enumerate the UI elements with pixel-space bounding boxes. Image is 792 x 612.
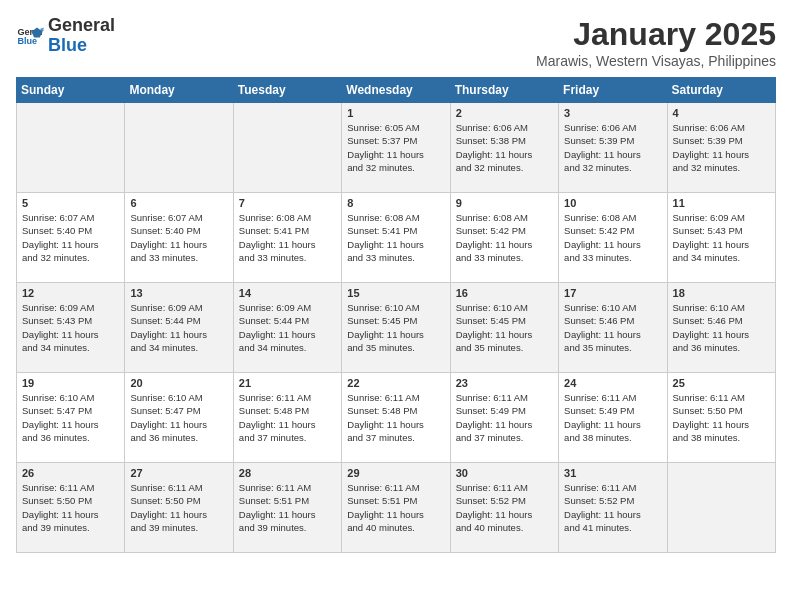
day-info: Sunrise: 6:11 AM Sunset: 5:52 PM Dayligh… — [456, 481, 553, 534]
day-number: 13 — [130, 287, 227, 299]
calendar-cell: 17Sunrise: 6:10 AM Sunset: 5:46 PM Dayli… — [559, 283, 667, 373]
calendar-cell: 4Sunrise: 6:06 AM Sunset: 5:39 PM Daylig… — [667, 103, 775, 193]
calendar-cell: 23Sunrise: 6:11 AM Sunset: 5:49 PM Dayli… — [450, 373, 558, 463]
calendar-cell: 31Sunrise: 6:11 AM Sunset: 5:52 PM Dayli… — [559, 463, 667, 553]
calendar-cell: 28Sunrise: 6:11 AM Sunset: 5:51 PM Dayli… — [233, 463, 341, 553]
day-info: Sunrise: 6:10 AM Sunset: 5:47 PM Dayligh… — [130, 391, 227, 444]
calendar-cell — [17, 103, 125, 193]
calendar-cell: 12Sunrise: 6:09 AM Sunset: 5:43 PM Dayli… — [17, 283, 125, 373]
calendar-cell: 25Sunrise: 6:11 AM Sunset: 5:50 PM Dayli… — [667, 373, 775, 463]
calendar-cell: 10Sunrise: 6:08 AM Sunset: 5:42 PM Dayli… — [559, 193, 667, 283]
day-info: Sunrise: 6:11 AM Sunset: 5:48 PM Dayligh… — [347, 391, 444, 444]
day-number: 30 — [456, 467, 553, 479]
day-number: 29 — [347, 467, 444, 479]
calendar-subtitle: Marawis, Western Visayas, Philippines — [536, 53, 776, 69]
day-number: 5 — [22, 197, 119, 209]
day-number: 14 — [239, 287, 336, 299]
day-info: Sunrise: 6:11 AM Sunset: 5:50 PM Dayligh… — [130, 481, 227, 534]
day-number: 2 — [456, 107, 553, 119]
day-number: 9 — [456, 197, 553, 209]
day-info: Sunrise: 6:08 AM Sunset: 5:41 PM Dayligh… — [347, 211, 444, 264]
weekday-header-sunday: Sunday — [17, 78, 125, 103]
day-info: Sunrise: 6:11 AM Sunset: 5:48 PM Dayligh… — [239, 391, 336, 444]
calendar-cell: 5Sunrise: 6:07 AM Sunset: 5:40 PM Daylig… — [17, 193, 125, 283]
calendar-cell: 3Sunrise: 6:06 AM Sunset: 5:39 PM Daylig… — [559, 103, 667, 193]
day-number: 4 — [673, 107, 770, 119]
calendar-cell: 21Sunrise: 6:11 AM Sunset: 5:48 PM Dayli… — [233, 373, 341, 463]
weekday-header-saturday: Saturday — [667, 78, 775, 103]
day-info: Sunrise: 6:10 AM Sunset: 5:46 PM Dayligh… — [673, 301, 770, 354]
day-number: 28 — [239, 467, 336, 479]
calendar-cell: 14Sunrise: 6:09 AM Sunset: 5:44 PM Dayli… — [233, 283, 341, 373]
day-info: Sunrise: 6:11 AM Sunset: 5:50 PM Dayligh… — [22, 481, 119, 534]
calendar-header: SundayMondayTuesdayWednesdayThursdayFrid… — [17, 78, 776, 103]
calendar-cell: 29Sunrise: 6:11 AM Sunset: 5:51 PM Dayli… — [342, 463, 450, 553]
logo: General Blue General Blue — [16, 16, 115, 56]
calendar-cell — [667, 463, 775, 553]
day-info: Sunrise: 6:11 AM Sunset: 5:49 PM Dayligh… — [456, 391, 553, 444]
calendar-week-row: 26Sunrise: 6:11 AM Sunset: 5:50 PM Dayli… — [17, 463, 776, 553]
weekday-header-row: SundayMondayTuesdayWednesdayThursdayFrid… — [17, 78, 776, 103]
calendar-cell: 8Sunrise: 6:08 AM Sunset: 5:41 PM Daylig… — [342, 193, 450, 283]
title-block: January 2025 Marawis, Western Visayas, P… — [536, 16, 776, 69]
day-info: Sunrise: 6:11 AM Sunset: 5:51 PM Dayligh… — [347, 481, 444, 534]
day-number: 11 — [673, 197, 770, 209]
calendar-cell: 18Sunrise: 6:10 AM Sunset: 5:46 PM Dayli… — [667, 283, 775, 373]
day-number: 12 — [22, 287, 119, 299]
day-info: Sunrise: 6:09 AM Sunset: 5:43 PM Dayligh… — [22, 301, 119, 354]
day-info: Sunrise: 6:08 AM Sunset: 5:42 PM Dayligh… — [456, 211, 553, 264]
calendar-cell: 9Sunrise: 6:08 AM Sunset: 5:42 PM Daylig… — [450, 193, 558, 283]
calendar-cell: 1Sunrise: 6:05 AM Sunset: 5:37 PM Daylig… — [342, 103, 450, 193]
calendar-cell: 30Sunrise: 6:11 AM Sunset: 5:52 PM Dayli… — [450, 463, 558, 553]
day-info: Sunrise: 6:08 AM Sunset: 5:41 PM Dayligh… — [239, 211, 336, 264]
calendar-week-row: 12Sunrise: 6:09 AM Sunset: 5:43 PM Dayli… — [17, 283, 776, 373]
day-number: 21 — [239, 377, 336, 389]
logo-text: General Blue — [48, 16, 115, 56]
calendar-cell: 11Sunrise: 6:09 AM Sunset: 5:43 PM Dayli… — [667, 193, 775, 283]
day-info: Sunrise: 6:09 AM Sunset: 5:44 PM Dayligh… — [239, 301, 336, 354]
day-info: Sunrise: 6:10 AM Sunset: 5:45 PM Dayligh… — [456, 301, 553, 354]
day-info: Sunrise: 6:08 AM Sunset: 5:42 PM Dayligh… — [564, 211, 661, 264]
day-info: Sunrise: 6:06 AM Sunset: 5:39 PM Dayligh… — [673, 121, 770, 174]
calendar-cell — [233, 103, 341, 193]
calendar-cell: 19Sunrise: 6:10 AM Sunset: 5:47 PM Dayli… — [17, 373, 125, 463]
calendar-title: January 2025 — [536, 16, 776, 53]
day-number: 15 — [347, 287, 444, 299]
day-number: 20 — [130, 377, 227, 389]
day-info: Sunrise: 6:09 AM Sunset: 5:43 PM Dayligh… — [673, 211, 770, 264]
day-info: Sunrise: 6:11 AM Sunset: 5:49 PM Dayligh… — [564, 391, 661, 444]
day-number: 22 — [347, 377, 444, 389]
weekday-header-thursday: Thursday — [450, 78, 558, 103]
calendar-cell: 2Sunrise: 6:06 AM Sunset: 5:38 PM Daylig… — [450, 103, 558, 193]
day-number: 8 — [347, 197, 444, 209]
day-number: 6 — [130, 197, 227, 209]
day-number: 17 — [564, 287, 661, 299]
day-number: 18 — [673, 287, 770, 299]
calendar-cell: 24Sunrise: 6:11 AM Sunset: 5:49 PM Dayli… — [559, 373, 667, 463]
day-number: 23 — [456, 377, 553, 389]
calendar-cell: 16Sunrise: 6:10 AM Sunset: 5:45 PM Dayli… — [450, 283, 558, 373]
calendar-cell: 22Sunrise: 6:11 AM Sunset: 5:48 PM Dayli… — [342, 373, 450, 463]
day-info: Sunrise: 6:06 AM Sunset: 5:39 PM Dayligh… — [564, 121, 661, 174]
day-number: 31 — [564, 467, 661, 479]
calendar-cell: 6Sunrise: 6:07 AM Sunset: 5:40 PM Daylig… — [125, 193, 233, 283]
day-info: Sunrise: 6:11 AM Sunset: 5:51 PM Dayligh… — [239, 481, 336, 534]
calendar-table: SundayMondayTuesdayWednesdayThursdayFrid… — [16, 77, 776, 553]
calendar-cell: 15Sunrise: 6:10 AM Sunset: 5:45 PM Dayli… — [342, 283, 450, 373]
logo-icon: General Blue — [16, 22, 44, 50]
weekday-header-monday: Monday — [125, 78, 233, 103]
day-number: 24 — [564, 377, 661, 389]
day-info: Sunrise: 6:09 AM Sunset: 5:44 PM Dayligh… — [130, 301, 227, 354]
calendar-cell: 26Sunrise: 6:11 AM Sunset: 5:50 PM Dayli… — [17, 463, 125, 553]
day-info: Sunrise: 6:10 AM Sunset: 5:47 PM Dayligh… — [22, 391, 119, 444]
calendar-cell: 7Sunrise: 6:08 AM Sunset: 5:41 PM Daylig… — [233, 193, 341, 283]
day-info: Sunrise: 6:06 AM Sunset: 5:38 PM Dayligh… — [456, 121, 553, 174]
day-number: 10 — [564, 197, 661, 209]
day-info: Sunrise: 6:05 AM Sunset: 5:37 PM Dayligh… — [347, 121, 444, 174]
day-number: 1 — [347, 107, 444, 119]
calendar-cell: 20Sunrise: 6:10 AM Sunset: 5:47 PM Dayli… — [125, 373, 233, 463]
day-number: 7 — [239, 197, 336, 209]
day-info: Sunrise: 6:11 AM Sunset: 5:52 PM Dayligh… — [564, 481, 661, 534]
day-number: 3 — [564, 107, 661, 119]
day-info: Sunrise: 6:07 AM Sunset: 5:40 PM Dayligh… — [22, 211, 119, 264]
